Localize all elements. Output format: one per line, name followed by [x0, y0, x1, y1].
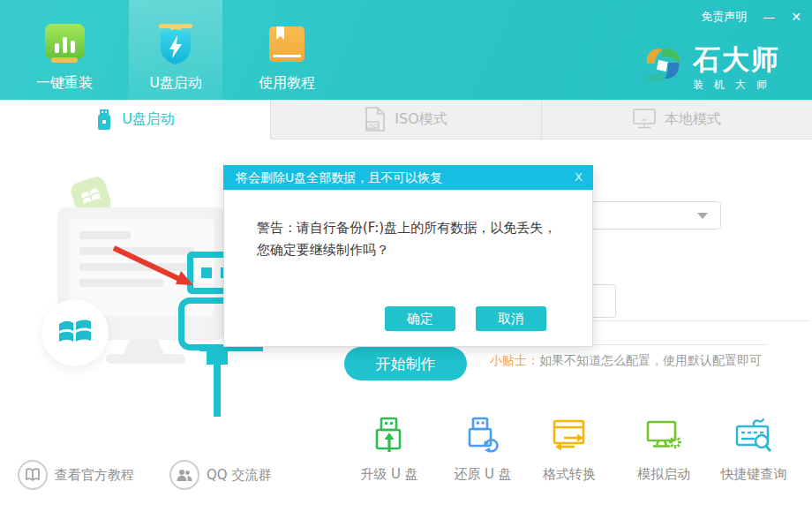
usb-stick-icon — [95, 109, 113, 131]
iso-file-icon: ISO — [365, 107, 386, 132]
dialog-message: 警告：请自行备份(F:)盘上的所有数据，以免丢失，您确定要继续制作吗？ — [257, 217, 568, 261]
tool-upgrade-usb[interactable]: 升级 U 盘 — [341, 416, 438, 483]
mode-tabbar: U盘启动 ISO ISO模式 本地模式 — [0, 100, 812, 139]
chevron-down-icon — [697, 213, 708, 219]
subtab-local-mode[interactable]: 本地模式 — [541, 100, 812, 139]
disclaimer-link[interactable]: 免责声明 — [701, 9, 747, 25]
brand-name: 石大师 — [693, 44, 780, 74]
close-button[interactable]: ✕ — [791, 9, 801, 25]
svg-text:ISO: ISO — [368, 123, 378, 130]
book-icon — [269, 24, 304, 66]
monitor-icon — [633, 109, 656, 130]
official-tutorial-link[interactable]: 查看官方教程 — [18, 460, 134, 490]
windows-logo-icon — [41, 299, 109, 366]
tab-label: U盘启动 — [149, 74, 202, 93]
dialog-title: 将会删除U盘全部数据，且不可以恢复 — [236, 170, 442, 184]
people-icon — [169, 460, 199, 490]
qq-group-link[interactable]: QQ 交流群 — [169, 460, 271, 490]
tab-label: 使用教程 — [259, 74, 315, 93]
cancel-button[interactable]: 取消 — [476, 306, 546, 331]
dialog-close-icon[interactable]: X — [575, 165, 583, 190]
start-create-button[interactable]: 开始制作 — [344, 347, 467, 380]
usb-upgrade-icon — [369, 416, 410, 456]
tool-restore-usb[interactable]: 还原 U 盘 — [434, 416, 531, 483]
hotkey-search-icon — [733, 416, 774, 456]
subtab-label: U盘启动 — [122, 110, 175, 129]
brand-swirl-icon — [640, 44, 684, 90]
book-open-icon — [18, 460, 48, 490]
shield-lightning-icon — [156, 24, 195, 66]
brand-tagline: 装机大师 — [693, 78, 780, 93]
subtab-usb-boot[interactable]: U盘启动 — [0, 100, 270, 139]
tool-simulate-boot[interactable]: 模拟启动 — [615, 416, 712, 483]
tab-one-click-reinstall[interactable]: 一键重装 — [18, 0, 111, 100]
dialog-titlebar: 将会删除U盘全部数据，且不可以恢复 X — [223, 165, 593, 190]
header-bar: 一键重装 U盘启动 使 — [0, 0, 812, 100]
subtab-iso-mode[interactable]: ISO ISO模式 — [270, 100, 541, 139]
tool-hotkey-query[interactable]: 快捷键查询 — [705, 416, 802, 483]
main-content: 开始制作 小贴士：如果不知道怎么配置，使用默认配置即可 查看官方教程 — [0, 139, 812, 512]
tab-tutorial[interactable]: 使用教程 — [240, 0, 334, 100]
subtab-label: 本地模式 — [665, 110, 721, 129]
confirm-dialog: 将会删除U盘全部数据，且不可以恢复 X 警告：请自行备份(F:)盘上的所有数据，… — [223, 165, 593, 347]
tab-label: 一键重装 — [36, 74, 93, 93]
app-window: 一键重装 U盘启动 使 — [0, 0, 812, 512]
format-convert-icon — [549, 416, 590, 456]
minimize-button[interactable]: — — [763, 9, 775, 25]
subtab-label: ISO模式 — [395, 110, 447, 129]
tip-text: 小贴士：如果不知道怎么配置，使用默认配置即可 — [490, 353, 762, 369]
bar-chart-icon — [45, 24, 85, 66]
tool-format-convert[interactable]: 格式转换 — [521, 416, 618, 483]
brand-logo: 石大师 装机大师 — [640, 44, 780, 93]
tab-usb-boot[interactable]: U盘启动 — [129, 0, 222, 100]
simulate-boot-icon — [643, 416, 684, 456]
usb-restore-icon — [462, 416, 503, 456]
ok-button[interactable]: 确定 — [385, 306, 455, 331]
